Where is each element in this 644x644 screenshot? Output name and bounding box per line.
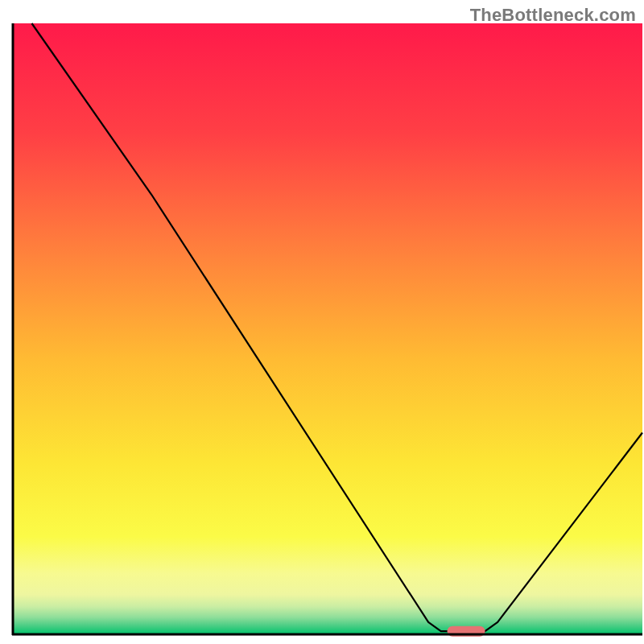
bottleneck-chart: TheBottleneck.com [0, 0, 644, 644]
gradient-background [13, 23, 642, 634]
chart-canvas [0, 0, 644, 644]
watermark-text: TheBottleneck.com [470, 5, 636, 26]
